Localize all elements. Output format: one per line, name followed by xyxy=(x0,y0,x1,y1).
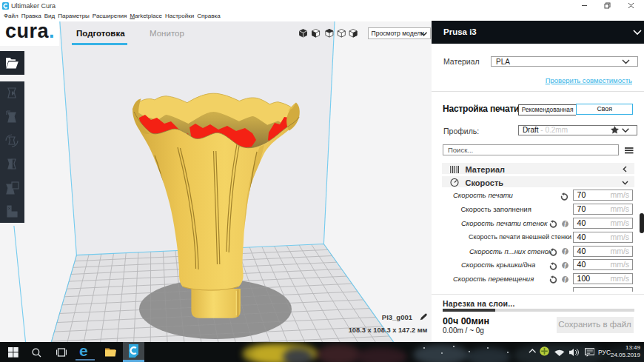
svg-text:108.3 x 108.3 x 147.2 мм: 108.3 x 108.3 x 147.2 мм xyxy=(349,326,428,334)
svg-text:PI3_g001: PI3_g001 xyxy=(382,313,413,321)
